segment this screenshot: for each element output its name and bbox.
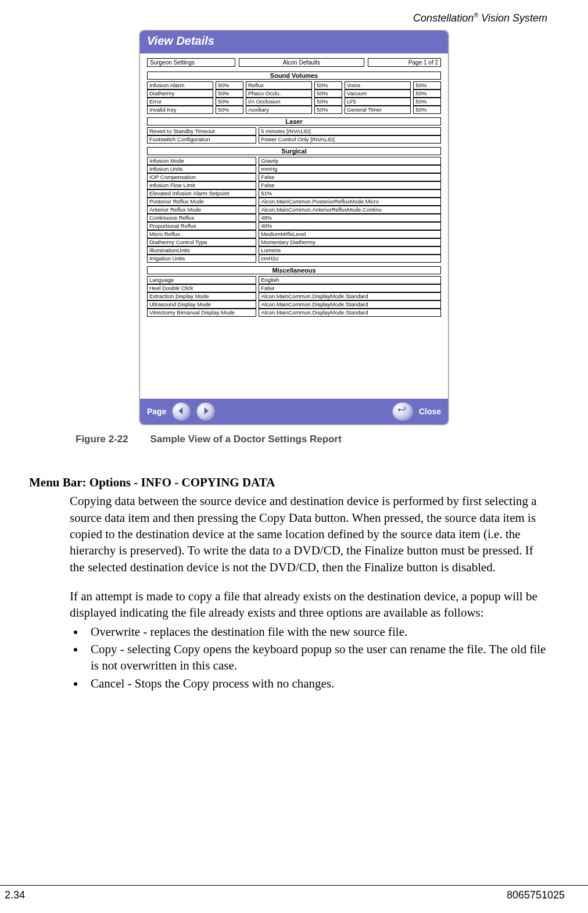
table-cell: False	[259, 181, 441, 189]
table-cell: Lumens	[259, 246, 441, 255]
table-cell: 50%	[413, 106, 441, 114]
page-label: Page	[147, 407, 166, 416]
table-cell: Error	[147, 98, 213, 106]
topbar-page: Page 1 of 2	[368, 58, 441, 67]
body-text: Menu Bar: Options - INFO - COPYING DATA …	[29, 474, 547, 692]
table-cell: MediumMrflxLevel	[259, 230, 441, 238]
page-prev-button[interactable]	[172, 402, 191, 421]
table-cell: Diathermy	[147, 89, 213, 98]
table-cell: Ultrasound Display Mode	[147, 300, 256, 309]
table-cell: Gravity	[259, 157, 441, 165]
table-cell: Revert to Standby Timeout	[147, 127, 256, 135]
close-label: Close	[419, 407, 441, 416]
table-cell: Infusion Mode	[147, 157, 256, 165]
chevron-left-icon	[178, 406, 185, 417]
topbar-surgeon: Surgeon Settings	[147, 58, 235, 67]
table-cell: cmH2o	[259, 255, 441, 263]
table-cell: Language	[147, 276, 256, 284]
table-cell: Anterior Reflux Mode	[147, 206, 256, 214]
return-icon	[398, 406, 407, 417]
table-cell: 50%	[314, 98, 342, 106]
table-cell: Momentary Diathermy	[259, 238, 441, 246]
page-number: 2.34	[5, 889, 25, 901]
section-heading: Menu Bar: Options - INFO - COPYING DATA	[29, 474, 547, 490]
table-cell: Extraction Display Mode	[147, 292, 256, 300]
table-cell: 5 minutes [INVALID]	[259, 127, 441, 135]
table-cell: Power Control Only [INVALID]	[259, 135, 441, 144]
dialog-title: View Details	[140, 31, 448, 53]
table-cell: 50%	[413, 98, 441, 106]
table-cell: Diathermy Control Type	[147, 238, 256, 246]
figure-text: Sample View of a Doctor Settings Report	[150, 434, 342, 445]
close-button[interactable]	[392, 402, 413, 421]
sound-grid: Infusion Alarm50%Reflux50%Voice50%Diathe…	[147, 81, 441, 114]
table-cell: Footswitch Configuration	[147, 135, 256, 144]
dialog-body: Surgeon Settings Alcon Defaults Page 1 o…	[140, 53, 448, 399]
table-cell: Alcon.MainCommon.DisplayMode.Standard	[259, 300, 441, 309]
document-number: 8065751025	[507, 889, 565, 901]
dialog-footer: Page Close	[140, 399, 448, 424]
table-cell: 40%	[259, 222, 441, 230]
table-cell: Alcon.MainCommon.DisplayMode.Standard	[259, 292, 441, 300]
table-cell: Infusion Alarm	[147, 81, 213, 89]
table-cell: Irrigation Units	[147, 255, 256, 263]
table-cell: U/S	[345, 98, 411, 106]
laser-grid: Revert to Standby Timeout5 minutes [INVA…	[147, 127, 441, 144]
table-cell: 50%	[413, 81, 441, 89]
report-topbar: Surgeon Settings Alcon Defaults Page 1 o…	[147, 58, 441, 67]
table-cell: General Timer	[345, 106, 411, 114]
table-cell: Alcon.MainCommon.PosteriorRefluxMode.Mic…	[259, 198, 441, 206]
table-cell: 50%	[314, 89, 342, 98]
table-cell: Phaco Occlu.	[246, 89, 312, 98]
chevron-right-icon	[202, 406, 209, 417]
section-misc: Miscellaneous	[147, 266, 441, 274]
table-cell: IOP Compensation	[147, 173, 256, 181]
table-cell: Infusion Units	[147, 165, 256, 173]
topbar-defaults: Alcon Defaults	[239, 58, 364, 67]
table-cell: 50%	[216, 89, 243, 98]
table-cell: IlluminationUnits	[147, 246, 256, 255]
paragraph-2: If an attempt is made to copy a file tha…	[70, 588, 547, 621]
table-cell: 50%	[314, 81, 342, 89]
page-next-button[interactable]	[196, 402, 215, 421]
product-name-suffix: Vision System	[478, 12, 547, 24]
table-cell: False	[259, 173, 441, 181]
table-cell: Continuous Reflux	[147, 214, 256, 222]
product-name-prefix: Constellation	[413, 12, 474, 24]
table-cell: Vitrectomy Bimanual Display Mode	[147, 309, 256, 317]
page-header: Constellation® Vision System	[23, 12, 565, 24]
table-cell: I/A Occlusion	[246, 98, 312, 106]
view-details-dialog: View Details Surgeon Settings Alcon Defa…	[139, 30, 449, 425]
table-cell: Elevated Infusion Alarm Setpoint	[147, 189, 256, 198]
surgical-grid: Infusion ModeGravityInfusion UnitsmmHgIO…	[147, 157, 441, 263]
svg-marker-1	[205, 407, 209, 414]
table-cell: Heel Double Click	[147, 284, 256, 292]
figure-number: Figure 2-22	[76, 434, 128, 445]
table-cell: 50%	[413, 89, 441, 98]
table-cell: 50%	[216, 106, 243, 114]
table-cell: Infusion Flow Limit	[147, 181, 256, 189]
table-cell: Proportional Reflux	[147, 222, 256, 230]
table-cell: 48%	[259, 214, 441, 222]
misc-grid: LanguageEnglishHeel Double ClickFalseExt…	[147, 276, 441, 317]
section-sound-volumes: Sound Volumes	[147, 71, 441, 80]
table-cell: False	[259, 284, 441, 292]
section-surgical: Surgical	[147, 147, 441, 155]
table-cell: English	[259, 276, 441, 284]
table-cell: Auxiliary	[246, 106, 312, 114]
table-cell: Vacuum	[345, 89, 411, 98]
options-list: Overwrite - replaces the destination fil…	[70, 624, 547, 692]
table-cell: Voice	[345, 81, 411, 89]
table-cell: Invalid Key	[147, 106, 213, 114]
table-cell: 50%	[216, 98, 243, 106]
list-item: Overwrite - replaces the destination fil…	[85, 624, 547, 640]
list-item: Cancel - Stops the Copy process with no …	[85, 675, 547, 692]
table-cell: 50%	[216, 81, 243, 89]
section-laser: Laser	[147, 117, 441, 126]
table-cell: mmHg	[259, 165, 441, 173]
table-cell: Alcon.MainCommon.AnteriorRefluxMode.Cont…	[259, 206, 441, 214]
paragraph-1: Copying data between the source device a…	[70, 493, 547, 575]
table-cell: 51%	[259, 189, 441, 198]
table-cell: 50%	[314, 106, 342, 114]
table-cell: Reflux	[246, 81, 312, 89]
